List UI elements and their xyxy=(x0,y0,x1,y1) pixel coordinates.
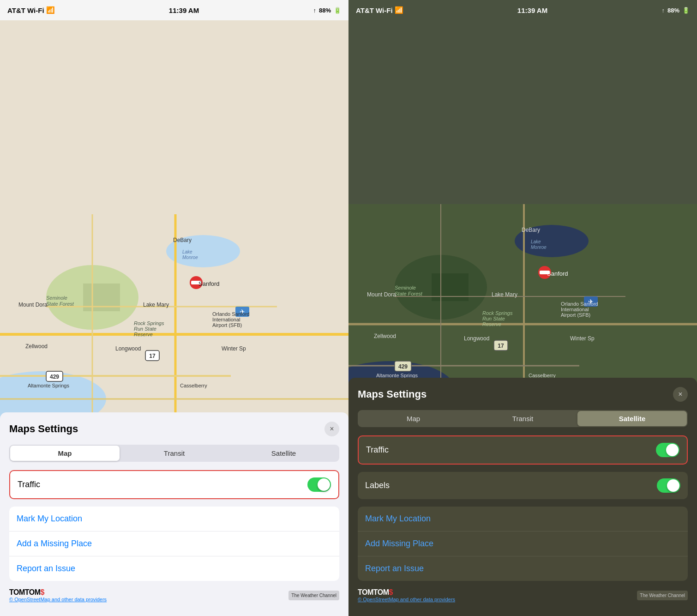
right-location-icon: ↑ xyxy=(661,7,665,14)
left-menu-group: Mark My Location Add a Missing Place Rep… xyxy=(9,507,339,581)
left-sheet-title: Maps Settings xyxy=(9,423,78,435)
right-report-issue[interactable]: Report an Issue xyxy=(358,556,688,581)
left-traffic-toggle[interactable] xyxy=(307,477,331,492)
left-carrier: AT&T Wi-Fi xyxy=(7,6,44,14)
svg-text:DeBary: DeBary xyxy=(173,237,192,243)
right-menu-group: Mark My Location Add Missing Place Repor… xyxy=(358,507,688,581)
svg-text:Rock Springs: Rock Springs xyxy=(482,310,513,316)
left-traffic-toggle-knob xyxy=(318,478,330,491)
left-tomtom-name: TOMTOM$ xyxy=(9,588,107,597)
right-status-right: ↑ 88% 🔋 xyxy=(661,7,690,14)
svg-text:International: International xyxy=(561,307,589,312)
svg-text:Sanford: Sanford xyxy=(547,270,568,277)
left-phone-panel: AT&T Wi-Fi 📶 11:39 AM ↑ 88% 🔋 xyxy=(0,0,348,616)
svg-text:Airport (SFB): Airport (SFB) xyxy=(212,322,242,328)
svg-text:Monroe: Monroe xyxy=(531,245,547,250)
left-report-issue[interactable]: Report an Issue xyxy=(9,556,339,581)
right-phone-panel: AT&T Wi-Fi 📶 11:39 AM ↑ 88% 🔋 xyxy=(348,0,697,616)
right-tomtom-copyright: © OpenStreetMap and other data providers xyxy=(358,597,455,602)
svg-text:Sanford: Sanford xyxy=(198,280,220,287)
left-time: 11:39 AM xyxy=(169,6,199,14)
left-mark-my-location[interactable]: Mark My Location xyxy=(9,507,339,531)
svg-text:Zellwood: Zellwood xyxy=(374,333,396,339)
svg-text:Reserve: Reserve xyxy=(134,332,153,337)
left-status-bar: AT&T Wi-Fi 📶 11:39 AM ↑ 88% 🔋 xyxy=(0,0,348,20)
svg-text:17: 17 xyxy=(498,343,504,349)
right-tab-transit[interactable]: Transit xyxy=(468,411,577,426)
svg-text:Run State: Run State xyxy=(134,326,156,332)
svg-text:DeBary: DeBary xyxy=(522,227,540,233)
left-status-left: AT&T Wi-Fi 📶 xyxy=(7,6,55,14)
right-map: 429 17 ✈ Seminole State Forest Lake Monr… xyxy=(348,0,697,616)
svg-text:Lake Mary: Lake Mary xyxy=(492,291,517,298)
left-traffic-label: Traffic xyxy=(18,480,40,489)
svg-text:Lake Mary: Lake Mary xyxy=(143,302,169,308)
right-time: 11:39 AM xyxy=(517,6,547,14)
svg-text:429: 429 xyxy=(398,363,408,370)
left-bottom-sheet: Maps Settings × Map Transit Satellite Tr… xyxy=(0,412,348,616)
right-labels-toggle[interactable] xyxy=(657,478,680,493)
left-tab-transit[interactable]: Transit xyxy=(120,446,229,461)
left-seg-control: Map Transit Satellite xyxy=(9,445,339,462)
left-tomtom-copyright: © OpenStreetMap and other data providers xyxy=(9,597,107,602)
right-seg-control: Map Transit Satellite xyxy=(358,410,688,427)
left-close-button[interactable]: × xyxy=(324,422,339,436)
right-sheet-title: Maps Settings xyxy=(358,388,427,400)
right-traffic-toggle[interactable] xyxy=(656,443,679,457)
left-status-right: ↑ 88% 🔋 xyxy=(313,7,341,14)
svg-text:Airport (SFB): Airport (SFB) xyxy=(561,312,590,318)
right-labels-label: Labels xyxy=(365,481,390,490)
left-traffic-row[interactable]: Traffic xyxy=(9,470,339,499)
right-status-left: AT&T Wi-Fi 📶 xyxy=(356,6,403,14)
left-weather-badge: The Weather Channel xyxy=(288,591,339,600)
right-mark-my-location[interactable]: Mark My Location xyxy=(358,507,688,531)
svg-text:Reserve: Reserve xyxy=(482,321,501,327)
left-location-icon: ↑ xyxy=(313,7,316,14)
right-footer: TOMTOM$ © OpenStreetMap and other data p… xyxy=(358,588,688,602)
left-map: 429 17 ✈ Seminole State Forest Lake Monr… xyxy=(0,20,348,616)
svg-text:Longwood: Longwood xyxy=(464,335,489,342)
svg-text:State Forest: State Forest xyxy=(46,301,74,307)
right-tab-map[interactable]: Map xyxy=(359,411,468,426)
left-wifi-icon: 📶 xyxy=(46,6,55,14)
right-add-missing-place[interactable]: Add Missing Place xyxy=(358,531,688,556)
right-carrier: AT&T Wi-Fi xyxy=(356,6,393,14)
right-battery-icon: 🔋 xyxy=(682,7,690,14)
svg-text:Altamonte Springs: Altamonte Springs xyxy=(28,383,69,388)
right-traffic-label: Traffic xyxy=(366,445,389,455)
svg-text:Run State: Run State xyxy=(482,316,505,321)
svg-text:State Forest: State Forest xyxy=(395,291,423,296)
left-weather-label: The Weather Channel xyxy=(291,593,336,598)
right-battery-pct: 88% xyxy=(667,7,679,14)
svg-text:Seminole: Seminole xyxy=(395,285,416,290)
svg-text:Longwood: Longwood xyxy=(115,345,141,352)
right-labels-toggle-knob xyxy=(667,479,679,492)
right-sheet-header: Maps Settings × xyxy=(358,387,688,402)
left-add-missing-place[interactable]: Add a Missing Place xyxy=(9,531,339,556)
right-labels-row[interactable]: Labels xyxy=(358,472,688,499)
left-tomtom-logo: TOMTOM$ © OpenStreetMap and other data p… xyxy=(9,588,107,602)
right-status-bar: AT&T Wi-Fi 📶 11:39 AM ↑ 88% 🔋 xyxy=(348,0,697,20)
right-tab-satellite[interactable]: Satellite xyxy=(577,411,687,426)
svg-text:429: 429 xyxy=(50,374,59,380)
left-sheet-header: Maps Settings × xyxy=(9,422,339,436)
right-traffic-toggle-knob xyxy=(666,444,679,456)
left-battery-pct: 88% xyxy=(319,7,331,14)
left-footer: TOMTOM$ © OpenStreetMap and other data p… xyxy=(9,588,339,602)
svg-text:Monroe: Monroe xyxy=(182,255,198,260)
svg-text:Rock Springs: Rock Springs xyxy=(134,320,164,326)
svg-text:Winter Sp: Winter Sp xyxy=(570,335,595,342)
svg-text:Lake: Lake xyxy=(182,249,192,254)
right-tomtom-name: TOMTOM$ xyxy=(358,588,455,597)
right-close-button[interactable]: × xyxy=(673,387,688,402)
left-tab-map[interactable]: Map xyxy=(10,446,120,461)
right-traffic-row[interactable]: Traffic xyxy=(358,435,688,465)
right-bottom-sheet: Maps Settings × Map Transit Satellite Tr… xyxy=(348,378,697,616)
svg-text:Orlando Sanford: Orlando Sanford xyxy=(561,301,598,307)
right-weather-badge: The Weather Channel xyxy=(637,591,688,600)
svg-text:17: 17 xyxy=(149,353,156,359)
svg-text:International: International xyxy=(212,317,240,322)
svg-text:Lake: Lake xyxy=(531,239,541,244)
svg-text:Casselberry: Casselberry xyxy=(180,383,207,388)
left-tab-satellite[interactable]: Satellite xyxy=(229,446,338,461)
